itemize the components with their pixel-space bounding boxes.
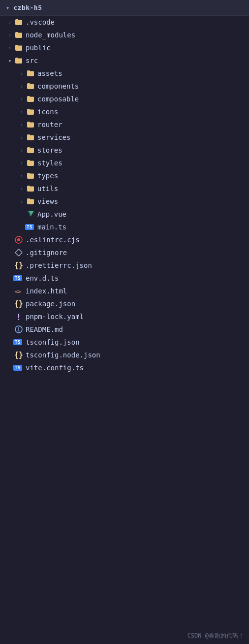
collapsed-arrow-icon: › [6, 44, 14, 52]
ts-icon: TS [14, 363, 24, 373]
tree-item-utils[interactable]: › utils [0, 182, 249, 195]
html-icon: <> [14, 286, 24, 296]
yaml-icon: ! [14, 312, 24, 322]
folder-icon [14, 30, 24, 40]
tree-item-node_modules[interactable]: › node_modules [0, 29, 249, 41]
file-explorer: ▾ czbk-h5 › .vscode › node_modules › pub… [0, 0, 249, 644]
svg-rect-5 [15, 249, 22, 256]
no-arrow [18, 210, 26, 218]
folder-label: public [26, 44, 51, 52]
ts-icon: TS [26, 222, 35, 232]
svg-point-4 [17, 238, 20, 241]
watermark: CSDN @奔跑的代码！ [187, 632, 244, 640]
tree-item-tsconfig-node[interactable]: {} tsconfig.node.json [0, 349, 249, 361]
folder-icon [14, 17, 24, 27]
file-label: tsconfig.json [26, 338, 80, 346]
tree-item-env-d-ts[interactable]: TS env.d.ts [0, 272, 249, 285]
folder-label: icons [37, 108, 58, 116]
tree-item-public[interactable]: › public [0, 41, 249, 54]
tree-item-composable[interactable]: › composable [0, 93, 249, 105]
file-label: .prettierrc.json [26, 261, 92, 269]
folder-label: views [37, 197, 58, 205]
git-icon [14, 248, 24, 258]
folder-icon [14, 56, 24, 65]
folder-label: stores [37, 146, 62, 154]
file-label: README.md [26, 325, 63, 333]
file-label: pnpm-lock.yaml [26, 313, 84, 321]
explorer-header[interactable]: ▾ czbk-h5 [0, 0, 249, 16]
file-label: .eslintrc.cjs [26, 236, 80, 244]
folder-label: utils [37, 185, 58, 193]
collapsed-arrow-icon: › [18, 69, 26, 77]
file-label: .gitignore [26, 249, 67, 257]
folder-icon [26, 196, 35, 206]
tree-item-package-json[interactable]: {} package.json [0, 297, 249, 310]
collapsed-arrow-icon: › [18, 172, 26, 180]
tree-item-assets[interactable]: › assets [0, 67, 249, 80]
tree-item-index-html[interactable]: <> index.html [0, 285, 249, 297]
tree-item-icons[interactable]: › icons [0, 105, 249, 118]
tree-item-router[interactable]: › router [0, 118, 249, 131]
info-icon: i [14, 324, 24, 334]
folder-icon [26, 68, 35, 78]
no-arrow [6, 236, 14, 244]
no-arrow [6, 261, 14, 269]
collapsed-arrow-icon: › [18, 95, 26, 103]
expanded-arrow-icon: ▾ [6, 57, 14, 64]
folder-label: services [37, 133, 70, 141]
folder-icon [26, 81, 35, 91]
folder-label: src [26, 57, 38, 64]
folder-icon [26, 132, 35, 142]
tree-item-components[interactable]: › components [0, 80, 249, 93]
no-arrow [6, 364, 14, 372]
folder-icon [26, 120, 35, 129]
svg-text:i: i [17, 327, 20, 332]
folder-icon [26, 94, 35, 104]
tree-item-pnpm-lock[interactable]: ! pnpm-lock.yaml [0, 310, 249, 323]
no-arrow [6, 274, 14, 282]
tree-item-stores[interactable]: › stores [0, 144, 249, 157]
folder-icon [26, 184, 35, 193]
folder-icon [26, 145, 35, 155]
collapsed-arrow-icon: › [6, 18, 14, 26]
no-arrow [6, 300, 14, 308]
tree-item-vite-config[interactable]: TS vite.config.ts [0, 361, 249, 374]
collapsed-arrow-icon: › [18, 159, 26, 167]
tree-item-tsconfig[interactable]: TS tsconfig.json [0, 336, 249, 349]
json-icon: {} [14, 299, 24, 309]
file-tree: › .vscode › node_modules › public ▾ [0, 16, 249, 374]
folder-label: node_modules [26, 31, 75, 39]
collapsed-arrow-icon: › [18, 197, 26, 205]
folder-icon [26, 171, 35, 181]
tree-item-app-vue[interactable]: App.vue [0, 208, 249, 221]
project-title: czbk-h5 [13, 4, 42, 11]
collapse-chevron-icon: ▾ [6, 4, 9, 11]
tree-item-src[interactable]: ▾ src [0, 54, 249, 67]
vue-icon [26, 209, 35, 219]
folder-label: styles [37, 159, 62, 167]
tree-item-vscode[interactable]: › .vscode [0, 16, 249, 29]
collapsed-arrow-icon: › [18, 133, 26, 141]
tree-item-services[interactable]: › services [0, 131, 249, 144]
tree-item-gitignore[interactable]: .gitignore [0, 246, 249, 259]
tree-item-readme[interactable]: i README.md [0, 323, 249, 336]
tree-item-styles[interactable]: › styles [0, 157, 249, 169]
tree-item-main-ts[interactable]: TS main.ts [0, 221, 249, 233]
no-arrow [6, 287, 14, 295]
collapsed-arrow-icon: › [18, 121, 26, 129]
tree-item-types[interactable]: › types [0, 169, 249, 182]
folder-label: assets [37, 69, 62, 77]
json-icon: {} [14, 350, 24, 360]
folder-label: composable [37, 95, 79, 103]
tree-item-views[interactable]: › views [0, 195, 249, 208]
folder-icon [26, 107, 35, 117]
svg-text:<>: <> [15, 289, 22, 295]
file-label: App.vue [37, 210, 66, 218]
folder-label: router [37, 121, 62, 129]
collapsed-arrow-icon: › [18, 185, 26, 193]
file-label: tsconfig.node.json [26, 351, 100, 359]
tree-item-prettierrc[interactable]: {} .prettierrc.json [0, 259, 249, 272]
folder-icon [26, 158, 35, 168]
tree-item-eslintrc[interactable]: .eslintrc.cjs [0, 233, 249, 246]
collapsed-arrow-icon: › [6, 31, 14, 39]
